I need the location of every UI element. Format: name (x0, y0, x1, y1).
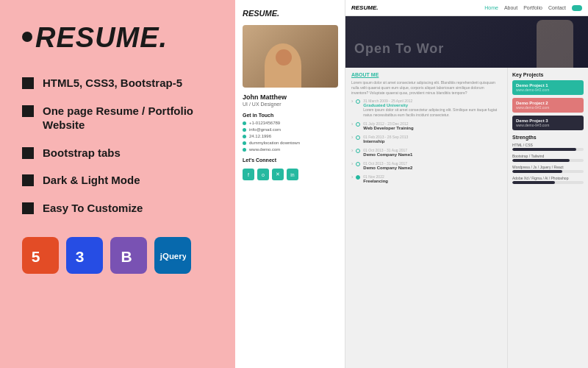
project-card-1: Demo Project 1 www.demo-9#2.com (512, 80, 584, 95)
chevron-icon-4: › (351, 148, 353, 153)
dark-mode-toggle[interactable] (572, 5, 582, 11)
project-url-1: www.demo-9#2.com (516, 88, 580, 92)
timeline-dot-2 (356, 122, 360, 127)
skill-bar-fill-2 (512, 159, 570, 162)
connect-section: Let's Connect f o ✕ in (243, 158, 337, 180)
projects-title: Key Projects (512, 72, 584, 77)
location-icon (243, 141, 246, 145)
mini-logo: RESUME. (243, 9, 337, 18)
chevron-icon-3: › (351, 135, 353, 140)
feature-label-4: Dark & Light Mode (43, 173, 140, 188)
feature-label-2: One page Resume / Portfolio Website (43, 104, 213, 132)
timeline-dot-3 (356, 135, 360, 140)
logo-area: RESUME. (22, 22, 213, 54)
skill-bar-fill-4 (512, 181, 555, 184)
skill-name-3: Wordpress / Js / Jquery / React (512, 165, 584, 169)
nav-about[interactable]: About (504, 5, 517, 10)
skill-2: Bootstrap / Tailwind (512, 154, 584, 162)
left-panel: RESUME. HTML5, CSS3, Bootstrap-5 One pag… (0, 0, 235, 368)
contact-location: dummylocation downtown (243, 141, 337, 145)
facebook-icon[interactable]: f (243, 169, 254, 180)
timeline-job-4: Demo Company Name1 (363, 152, 412, 157)
about-text: Lorem ipsum dolor sit amet consectetur a… (351, 80, 501, 96)
feature-label-3: Bootstrap tabs (43, 146, 121, 160)
skill-bar-bg-2 (512, 159, 584, 162)
strengths-title: Strengths (512, 135, 584, 140)
svg-text:3: 3 (76, 248, 85, 265)
social-icons: f o ✕ in (243, 169, 337, 180)
nav-home[interactable]: Home (484, 5, 498, 10)
instagram-icon[interactable]: o (257, 169, 269, 180)
chevron-icon-6: › (351, 174, 353, 180)
html-icon: 5 (22, 237, 59, 274)
svg-text:5: 5 (32, 248, 40, 265)
skill-bar-fill-1 (512, 148, 576, 151)
timeline-dot-4 (356, 149, 360, 153)
timeline-content-2: 01 July 2012 - 23 Dec 2012 Web Developer… (363, 121, 413, 130)
feature-item-5: Easy To Customize (22, 201, 213, 216)
svg-text:B: B (121, 248, 132, 265)
contact-email: info@gmail.com (243, 127, 337, 132)
skill-name-4: Adobe Xd / Figma / Ai / Photoshop (512, 176, 584, 180)
skill-bar-bg-4 (512, 181, 584, 184)
strengths-section: Strengths HTML / CSS Bootstrap / Tailwin… (512, 135, 584, 184)
get-in-touch-label: Get in Touch (243, 113, 337, 118)
skill-name-1: HTML / CSS (512, 143, 584, 147)
logo-dot (22, 32, 32, 42)
mini-projects-section: Key Projects Demo Project 1 www.demo-9#2… (507, 68, 588, 368)
lets-connect-label: Let's Connect (243, 158, 337, 163)
bullet-1 (22, 77, 34, 89)
website-text: www.demo.com (249, 147, 280, 152)
linkedin-icon[interactable]: in (287, 169, 298, 180)
jquery-icon: jQuery (154, 237, 191, 274)
mini-about-section: ABOUT ME Lorem ipsum dolor sit amet cons… (345, 68, 507, 368)
contact-website: www.demo.com (243, 147, 337, 152)
timeline-content-1: 31 March 2009 - 25 April 2012 Graduated … (363, 99, 501, 117)
timeline-item-5: › 01 Oct 2013 - 31 Aug 2017 Demo Company… (351, 161, 501, 170)
nav-contact[interactable]: Contact (548, 5, 566, 10)
bootstrap-icon: B (110, 237, 147, 274)
mini-avatar (243, 25, 338, 88)
feature-label-1: HTML5, CSS3, Bootstrap-5 (43, 76, 182, 91)
nav-portfolio[interactable]: Portfolio (523, 5, 542, 10)
feature-item-4: Dark & Light Mode (22, 173, 213, 188)
timeline: › 31 March 2009 - 25 April 2012 Graduate… (351, 99, 501, 183)
mini-sidebar: RESUME. John Matthew UI / UX Designer Ge… (235, 0, 345, 368)
skill-1: HTML / CSS (512, 143, 584, 151)
timeline-job-5: Demo Company Name2 (363, 166, 412, 170)
mini-hero: Open To Wor (345, 16, 588, 68)
skill-name-2: Bootstrap / Tailwind (512, 154, 584, 158)
phone-text: +1-0123456789 (249, 121, 280, 125)
feature-item-1: HTML5, CSS3, Bootstrap-5 (22, 76, 213, 91)
email-icon (243, 128, 246, 132)
phone-icon (243, 121, 246, 125)
mini-main: RESUME. Home About Portfolio Contact Ope… (345, 0, 588, 368)
timeline-desc-1: Lorem ipsum dolor sit amet consectetur a… (363, 107, 501, 117)
timeline-item-2: › 01 July 2012 - 23 Dec 2012 Web Develop… (351, 121, 501, 130)
css-icon: 3 (66, 237, 103, 274)
timeline-content-3: 01 Feb 2013 - 26 Sep 2013 Internship (363, 135, 408, 144)
skill-bar-fill-3 (512, 170, 562, 173)
twitter-icon[interactable]: ✕ (272, 169, 284, 180)
timeline-dot-1 (356, 99, 360, 104)
contact-phone: +1-0123456789 (243, 121, 337, 125)
mini-content: ABOUT ME Lorem ipsum dolor sit amet cons… (345, 68, 588, 368)
skill-bar-bg-1 (512, 148, 584, 151)
feature-item-2: One page Resume / Portfolio Website (22, 104, 213, 132)
tech-icons: 5 3 B jQuery (22, 237, 213, 274)
timeline-item-4: › 01 Oct 2013 - 31 Aug 2017 Demo Company… (351, 148, 501, 157)
bullet-4 (22, 174, 34, 186)
location-text: dummylocation downtown (249, 141, 300, 145)
timeline-content-6: 01 Nov 2022 Freelancing (363, 174, 388, 183)
feature-label-5: Easy To Customize (43, 201, 143, 216)
timeline-job-3: Internship (363, 139, 408, 144)
timeline-dot-6 (356, 175, 360, 180)
project-card-2: Demo Project 2 www.demo-9#2.com (512, 98, 584, 113)
bullet-3 (22, 147, 34, 159)
skill-bar-bg-3 (512, 170, 584, 173)
timeline-content-5: 01 Oct 2013 - 31 Aug 2017 Demo Company N… (363, 161, 412, 170)
mini-designation: UI / UX Designer (243, 102, 337, 107)
timeline-dot-5 (356, 162, 360, 166)
hero-text: Open To Wor (354, 41, 444, 57)
project-url-2: www.demo-9#2.com (516, 105, 580, 110)
